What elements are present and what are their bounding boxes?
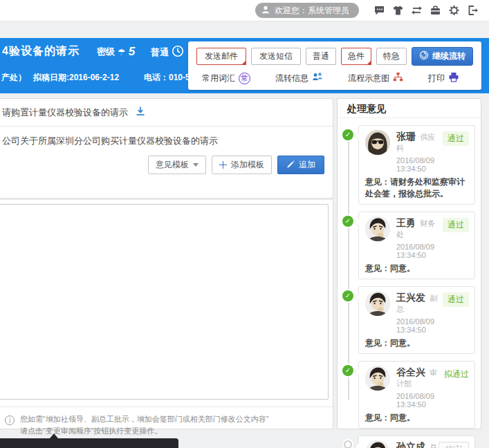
opinion-card: 孙立成 总经理 待审: [358, 436, 475, 448]
opinion-card: 谷全兴 审计部 2016/08/09 13:34:50 拟通过 意见：同意。: [358, 361, 475, 429]
send-email-button[interactable]: 发送邮件: [196, 48, 246, 65]
header-action-panel: 发送邮件 发送短信 普通 急件 特急 继续流转 常用词汇 常 流转信息: [188, 41, 481, 90]
opinion-item: 王兴发 副总 2016/08/09 13:34:50 通过 意见：同意。: [358, 286, 475, 354]
opinion-card: 王勇 财务处 2016/08/09 13:34:50 通过 意见：同意。: [358, 212, 475, 279]
opinion-template-button[interactable]: 意见模板: [148, 156, 206, 174]
notice-line-2: 请点击“变更审阅顺序”按钮执行变更操作。: [20, 425, 324, 437]
flow-info-label: 流转信息: [275, 73, 308, 84]
send-sms-button[interactable]: 发送短信: [251, 48, 301, 65]
pending-node-icon: [344, 440, 352, 448]
check-icon: [342, 365, 353, 376]
opinion-item: 孙立成 总经理 待审: [358, 436, 475, 448]
approval-time: 2016/08/09 13:34:50: [396, 156, 443, 173]
approval-time: 2016/08/09 13:34:50: [396, 392, 444, 409]
flow-diagram-link[interactable]: 流程示意图: [348, 72, 403, 84]
priority-urgent-button[interactable]: 急件: [341, 48, 371, 65]
priority-group: 普通: [151, 45, 184, 59]
approver-name: 王兴发: [396, 292, 425, 303]
umbrella-icon: ☂: [118, 47, 126, 57]
opinion-template-label: 意见模板: [156, 159, 189, 171]
download-icon[interactable]: [135, 106, 146, 119]
opinions-sidebar: 处理意见 张珊 供应科 2016/08/09 13:34:50: [337, 98, 481, 429]
check-icon: [342, 216, 353, 227]
add-template-label: 添加模板: [231, 159, 264, 171]
avatar: [365, 440, 390, 448]
common-words-icon: 常: [239, 73, 250, 84]
pen-icon: [286, 160, 295, 170]
approval-time: 2016/08/09 13:34:50: [396, 317, 443, 334]
notice-line-1: 您如需“增加社领导、副总工批示，增加会签部门或相关部门修改公文内容”: [20, 413, 324, 425]
opinion-text: 意见：请财务处和监察审计处会签，报徐总批示。: [365, 176, 469, 200]
chevron-down-icon: [193, 163, 199, 167]
meta-draft-date: 拟稿日期:2016-06-2-12: [33, 72, 119, 84]
tooltip: [0, 438, 178, 448]
continue-flow-label: 继续流转: [432, 50, 465, 62]
attachment-title[interactable]: 请购置计量仪器校验设备的请示: [2, 106, 128, 119]
printer-icon: [448, 72, 459, 84]
status-badge: 通过: [443, 131, 469, 146]
priority-label: 普通: [151, 46, 169, 59]
logout-icon[interactable]: [463, 1, 482, 20]
status-badge: 通过: [443, 292, 469, 307]
settings-icon[interactable]: [445, 1, 463, 20]
approval-time: 2016/08/09 13:34:50: [396, 243, 443, 259]
document-main-panel: 请购置计量仪器校验设备的请示 公司关于所属深圳分公司购买计量仪器校验设备的请示 …: [0, 98, 333, 429]
welcome-text: 欢迎您：系统管理员: [275, 5, 349, 17]
document-title-line: 公司关于所属深圳分公司购买计量仪器校验设备的请示: [0, 127, 333, 149]
briefcase-icon[interactable]: [426, 1, 445, 20]
add-template-button[interactable]: 添加模板: [212, 156, 272, 174]
append-button[interactable]: 追加: [277, 156, 324, 174]
avatar: [365, 130, 390, 155]
welcome-pill[interactable]: 欢迎您：系统管理员: [255, 3, 359, 18]
print-link[interactable]: 打印: [428, 72, 459, 84]
flow-info-link[interactable]: 流转信息: [275, 72, 323, 84]
user-icon: [261, 5, 275, 17]
opinion-card: 张珊 供应科 2016/08/09 13:34:50 通过 意见：请财务处和监察…: [358, 125, 475, 205]
approval-timeline: 张珊 供应科 2016/08/09 13:34:50 通过 意见：请财务处和监察…: [338, 118, 481, 448]
append-label: 追加: [299, 159, 315, 171]
plus-icon: [219, 161, 227, 169]
page-title: 4验设备的请示: [2, 44, 80, 59]
approver-name: 谷全兴: [396, 366, 425, 377]
approver-name: 张珊: [396, 131, 416, 142]
check-icon: [342, 129, 353, 140]
opinion-text: 意见：同意。: [365, 337, 469, 349]
opinion-text: 意见：同意。: [365, 263, 469, 274]
check-icon: [342, 290, 353, 301]
priority-extra-urgent-button[interactable]: 特急: [376, 48, 407, 65]
info-icon: [5, 416, 15, 425]
divider: [0, 198, 333, 200]
continue-flow-button[interactable]: 继续流转: [412, 47, 473, 66]
common-words-link[interactable]: 常用词汇 常: [202, 73, 250, 84]
status-badge: 待审: [439, 442, 469, 448]
approver-name: 孙立成: [396, 441, 425, 448]
security-level-group: 密级 ☂ 5: [97, 45, 135, 59]
flow-diagram-label: 流程示意图: [348, 73, 389, 84]
topbar: 欢迎您：系统管理员: [0, 0, 489, 21]
opinion-text: 意见：同意。: [365, 412, 469, 424]
priority-normal-button[interactable]: 普通: [306, 48, 336, 65]
opinion-card: 王兴发 副总 2016/08/09 13:34:50 通过 意见：同意。: [358, 286, 475, 354]
meta-org: 产处）: [1, 72, 26, 84]
security-level-value: 5: [129, 45, 135, 59]
opinion-textarea[interactable]: [0, 204, 329, 400]
approver-name: 王勇: [396, 217, 416, 228]
timeline-line: [348, 135, 349, 400]
sidebar-title: 处理意见: [338, 99, 481, 118]
opinion-item: 张珊 供应科 2016/08/09 13:34:50 通过 意见：请财务处和监察…: [358, 125, 475, 205]
transfer-icon[interactable]: [407, 1, 426, 20]
chat-icon[interactable]: [370, 1, 389, 20]
sitemap-icon: [393, 72, 403, 84]
opinion-item: 王勇 财务处 2016/08/09 13:34:50 通过 意见：同意。: [358, 212, 475, 279]
clock-icon: [172, 45, 184, 59]
avatar: [365, 216, 390, 241]
avatar: [365, 291, 390, 316]
status-badge: 拟通过: [444, 367, 469, 382]
theme-icon[interactable]: [389, 1, 407, 20]
attachment-row: 请购置计量仪器校验设备的请示: [0, 99, 333, 127]
refresh-icon: [419, 50, 429, 62]
opinion-item: 谷全兴 审计部 2016/08/09 13:34:50 拟通过 意见：同意。: [358, 361, 475, 429]
document-header: 4验设备的请示 密级 ☂ 5 普通 产处） 拟稿日期:2016-06-2-12 …: [0, 38, 489, 93]
security-label: 密级: [97, 46, 115, 58]
status-badge: 通过: [443, 218, 469, 232]
